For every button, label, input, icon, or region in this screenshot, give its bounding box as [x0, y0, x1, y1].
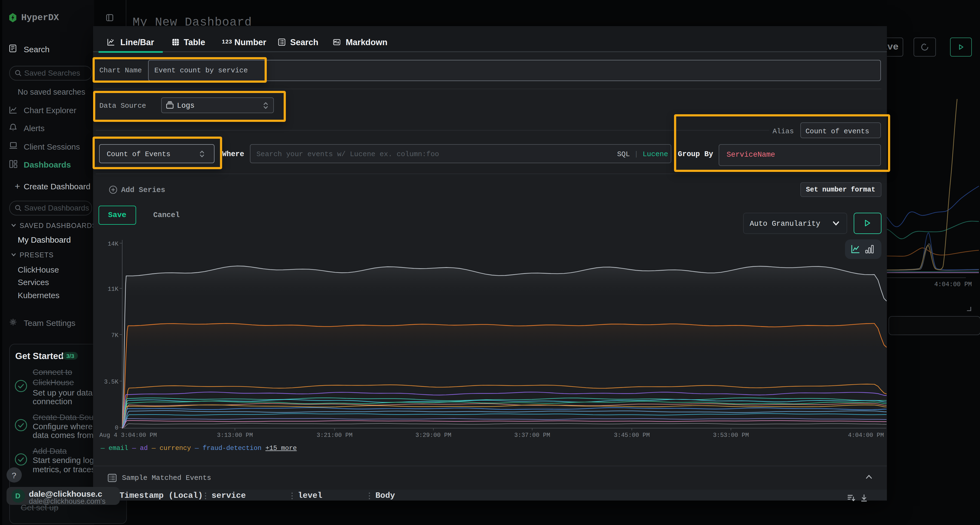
- svg-text:3:53:00 PM: 3:53:00 PM: [713, 432, 749, 439]
- svg-text:3:13:00 PM: 3:13:00 PM: [217, 432, 253, 439]
- svg-text:3:21:00 PM: 3:21:00 PM: [317, 432, 353, 439]
- svg-text:Aug 4 3:04:00 PM: Aug 4 3:04:00 PM: [99, 432, 157, 439]
- svg-text:11K: 11K: [108, 286, 118, 293]
- svg-text:3:37:00 PM: 3:37:00 PM: [514, 432, 550, 439]
- svg-text:0: 0: [115, 425, 118, 431]
- svg-text:14K: 14K: [108, 241, 118, 247]
- svg-text:7K: 7K: [111, 332, 119, 339]
- svg-text:3:45:00 PM: 3:45:00 PM: [614, 432, 650, 439]
- svg-text:4:04:00 PM: 4:04:00 PM: [848, 432, 884, 439]
- svg-text:3.5K: 3.5K: [104, 379, 119, 385]
- svg-text:3:29:00 PM: 3:29:00 PM: [415, 432, 451, 439]
